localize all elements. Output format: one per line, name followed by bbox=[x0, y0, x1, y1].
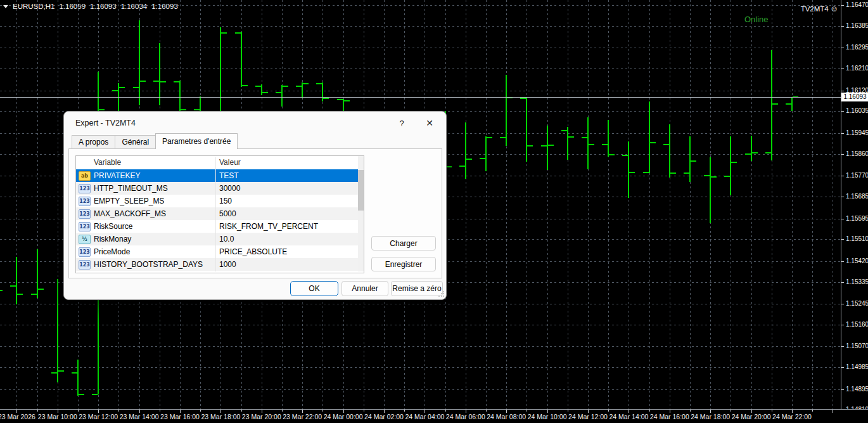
price-tick bbox=[841, 91, 844, 91]
param-value[interactable]: TEST bbox=[219, 171, 239, 180]
ohlc-bar bbox=[506, 75, 507, 146]
ohlc-bar bbox=[302, 82, 303, 98]
param-value[interactable]: 10.0 bbox=[219, 235, 234, 244]
param-name: PriceMode bbox=[94, 247, 130, 256]
table-row-RiskSource[interactable]: 123RiskSourceRISK_FROM_TV_PERCENT bbox=[76, 220, 358, 233]
table-row-HISTORY_BOOTSTRAP_DAYS[interactable]: 123HISTORY_BOOTSTRAP_DAYS1000 bbox=[76, 258, 358, 271]
tab-page-parameters: Variable Valeur abPRIVATEKEYTEST123HTTP_… bbox=[68, 148, 442, 278]
price-label: 1.15160 bbox=[846, 321, 868, 328]
ohlc-bar bbox=[608, 120, 609, 157]
remise-a-zero-button[interactable]: Remise a zéro bbox=[391, 281, 443, 296]
close-tick bbox=[262, 92, 268, 93]
table-row-RiskMonay[interactable]: ½RiskMonay10.0 bbox=[76, 233, 358, 245]
time-label: 24 Mar 22:00 bbox=[772, 413, 812, 420]
close-tick bbox=[650, 142, 656, 143]
table-row-MAX_BACKOFF_MS[interactable]: 123MAX_BACKOFF_MS5000 bbox=[76, 207, 358, 220]
price-label: 1.16385 bbox=[846, 22, 868, 29]
chevron-down-icon[interactable] bbox=[3, 5, 8, 8]
grid-hline bbox=[0, 48, 841, 48]
tab-a-propos[interactable]: A propos bbox=[72, 135, 115, 149]
ohlc-bar bbox=[37, 249, 38, 298]
table-rows: abPRIVATEKEYTEST123HTTP_TIMEOUT_MS300001… bbox=[76, 169, 358, 271]
resize-grip[interactable] bbox=[438, 291, 444, 297]
price-tick bbox=[841, 346, 844, 347]
time-label: 23 Mar 2026 bbox=[0, 413, 35, 420]
time-label: 23 Mar 18:00 bbox=[201, 413, 240, 420]
price-label: 1.15595 bbox=[846, 215, 868, 222]
annuler-button[interactable]: Annuler bbox=[341, 281, 388, 296]
close-icon[interactable]: ✕ bbox=[420, 116, 439, 130]
table-row-EMPTY_SLEEP_MS[interactable]: 123EMPTY_SLEEP_MS150 bbox=[76, 195, 358, 207]
grid-vline bbox=[690, 0, 691, 409]
ohlc-bar bbox=[649, 101, 650, 173]
open-tick bbox=[174, 81, 179, 82]
expert-properties-dialog: Expert - TV2MT4 ? ✕ A propos Général Par… bbox=[63, 111, 447, 300]
tab-parametres-entree[interactable]: Parametres d'entrée bbox=[155, 133, 238, 149]
scrollbar-thumb[interactable] bbox=[358, 170, 364, 211]
price-label: 1.16470 bbox=[846, 1, 868, 8]
param-value[interactable]: 150 bbox=[219, 197, 232, 205]
symbol-quote-bar: EURUSD,H1 1.16059 1.16093 1.16034 1.1609… bbox=[3, 3, 178, 10]
time-tick bbox=[608, 410, 609, 412]
price-axis[interactable]: 1.164701.163851.162951.162101.161201.160… bbox=[841, 0, 868, 409]
close-tick bbox=[38, 289, 44, 290]
price-label: 1.14985 bbox=[846, 363, 868, 370]
param-value[interactable]: PRICE_ABSOLUTE bbox=[219, 247, 287, 256]
close-tick bbox=[58, 370, 64, 372]
ea-name-label: TV2MT4 bbox=[801, 5, 829, 13]
param-name: HTTP_TIMEOUT_MS bbox=[94, 184, 168, 193]
close-tick bbox=[79, 394, 84, 395]
dialog-title: Expert - TV2MT4 bbox=[75, 119, 136, 127]
grid-vline bbox=[792, 0, 793, 409]
enregistrer-button[interactable]: Enregistrer bbox=[371, 257, 436, 271]
param-name: HISTORY_BOOTSTRAP_DAYS bbox=[94, 260, 203, 269]
table-row-PriceMode[interactable]: 123PriceModePRICE_ABSOLUTE bbox=[76, 245, 358, 258]
param-value[interactable]: 5000 bbox=[219, 209, 236, 218]
dialog-titlebar[interactable]: Expert - TV2MT4 bbox=[64, 112, 446, 134]
ohlc-bar bbox=[587, 117, 589, 169]
charger-button[interactable]: Charger bbox=[371, 236, 436, 251]
close-tick bbox=[670, 172, 676, 174]
close-tick bbox=[140, 81, 146, 82]
time-tick bbox=[200, 410, 201, 412]
grid-vline bbox=[16, 0, 17, 409]
table-scrollbar[interactable] bbox=[358, 156, 364, 271]
table-row-HTTP_TIMEOUT_MS[interactable]: 123HTTP_TIMEOUT_MS30000 bbox=[76, 182, 358, 195]
param-value[interactable]: 30000 bbox=[219, 184, 240, 193]
price-tick bbox=[841, 239, 844, 240]
param-value[interactable]: RISK_FROM_TV_PERCENT bbox=[219, 222, 318, 231]
time-label: 24 Mar 00:00 bbox=[324, 413, 363, 420]
close-tick bbox=[344, 100, 350, 101]
price-tick bbox=[841, 219, 844, 219]
help-button[interactable]: ? bbox=[392, 116, 411, 130]
price-label: 1.15070 bbox=[846, 342, 868, 349]
ok-button[interactable]: OK bbox=[290, 281, 338, 296]
time-label: 23 Mar 12:00 bbox=[79, 413, 118, 420]
quote-low: 1.16034 bbox=[121, 3, 148, 10]
tab-general[interactable]: Général bbox=[115, 135, 156, 149]
dialog-tabs: A propos Général Parametres d'entrée bbox=[72, 135, 237, 149]
time-tick bbox=[527, 410, 527, 412]
time-label: 24 Mar 02:00 bbox=[364, 413, 404, 420]
grid-hline bbox=[0, 367, 841, 368]
open-tick bbox=[745, 153, 751, 155]
price-tick bbox=[841, 367, 844, 368]
time-label: 24 Mar 04:00 bbox=[405, 413, 444, 420]
expert-advisor-badge[interactable]: TV2MT4 ☺ bbox=[801, 5, 838, 13]
time-label: 24 Mar 12:00 bbox=[568, 413, 608, 420]
price-label: 1.15335 bbox=[846, 278, 868, 285]
grid-vline bbox=[37, 0, 38, 409]
price-tick bbox=[841, 26, 844, 27]
open-tick bbox=[480, 158, 485, 159]
param-value[interactable]: 1000 bbox=[219, 260, 236, 269]
time-label: 24 Mar 08:00 bbox=[487, 413, 526, 420]
grid-hline bbox=[0, 325, 841, 325]
123-type-icon: 123 bbox=[79, 184, 91, 193]
open-tick bbox=[786, 103, 791, 105]
column-separator bbox=[215, 157, 216, 271]
header-valeur: Valeur bbox=[219, 158, 241, 167]
table-row-PRIVATEKEY[interactable]: abPRIVATEKEYTEST bbox=[76, 169, 358, 182]
time-tick bbox=[364, 410, 364, 412]
time-axis[interactable]: 23 Mar 202623 Mar 10:0023 Mar 12:0023 Ma… bbox=[0, 409, 868, 423]
grid-vline bbox=[812, 0, 813, 409]
